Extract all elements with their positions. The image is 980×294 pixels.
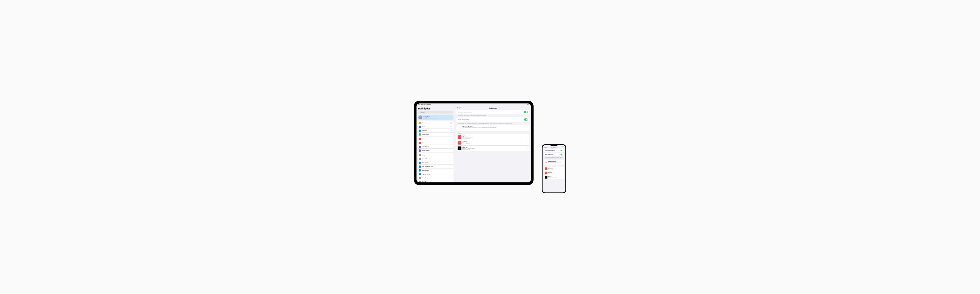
subscription-row[interactable]: tvApple TV+Apple TV+ — Apple TV+ (Mensal… xyxy=(544,175,564,179)
settings-row[interactable]: Modo de voo xyxy=(418,121,453,125)
subscriptions-list: 🎮Apple ArcadeApple Arcade (mensalmente)R… xyxy=(544,167,564,179)
settings-row[interactable]: Ecrã e brilho xyxy=(418,161,453,165)
settings-sidebar[interactable]: Definições ⌕ Pesquisar Ashley Rico ID Ap… xyxy=(417,106,455,183)
row-label: Geral xyxy=(422,154,452,156)
subscription-row[interactable]: ♪Apple MusicIndividual (mensalmente)Reno… xyxy=(544,171,564,175)
bluetooth-icon xyxy=(419,130,421,132)
profile-row[interactable]: Ashley Rico ID Apple, iCloud, Multimédia… xyxy=(418,114,453,120)
renewal-label: Faturas de renovação xyxy=(458,119,469,120)
pencil-icon xyxy=(419,181,421,183)
settings-row[interactable]: Geral xyxy=(418,153,453,157)
focus-icon xyxy=(419,146,421,148)
mini-toggle[interactable] xyxy=(450,122,452,124)
promo-link[interactable]: Saiba mais xyxy=(555,162,558,163)
notifications-icon xyxy=(419,138,421,140)
chevron-right-icon: › xyxy=(527,142,528,143)
settings-row[interactable]: Ecrã principal e Dock xyxy=(418,165,453,168)
profile-subtitle: ID Apple, iCloud, Multimédia e compras xyxy=(423,118,438,119)
share-toggle-row[interactable]: Partilhar novas assinaturas xyxy=(456,110,529,114)
row-label: Ecrã principal e Dock xyxy=(422,166,452,167)
page-title: Assinaturas xyxy=(552,147,557,148)
renewal-toggle-row[interactable]: Faturas de renovação xyxy=(456,117,529,122)
airplane-icon xyxy=(419,122,421,124)
ipad-statusbar: 09:41 terça-feira, 9 de janeiro 100% xyxy=(417,103,531,106)
renewal-toggle[interactable] xyxy=(560,154,563,156)
accessibility-icon xyxy=(419,169,421,172)
promo-card[interactable]: One Obtenha o Apple One Junte até quatro… xyxy=(544,160,564,164)
chevron-left-icon: ‹ xyxy=(456,107,457,109)
ipad-device: 09:41 terça-feira, 9 de janeiro 100% Def… xyxy=(414,101,533,185)
renewal-toggle[interactable] xyxy=(524,118,528,121)
settings-group: Modo de vooWi-FiWiFiBluetoothSimDados mó… xyxy=(418,121,453,136)
app-icon: ♪ xyxy=(458,141,461,145)
row-label: Apple Pencil xyxy=(422,181,452,183)
active-header: Ativas xyxy=(544,165,564,167)
settings-row[interactable]: Notificações xyxy=(418,137,453,141)
search-placeholder: Pesquisar xyxy=(420,111,425,113)
promo-text: Junte até quatro serviços Apple numa só … xyxy=(548,162,563,163)
promo-link[interactable]: Saiba mais xyxy=(492,127,496,128)
app-icon: tv xyxy=(545,176,547,179)
row-label: Papel de parede xyxy=(422,173,452,175)
settings-row[interactable]: Papel de parede xyxy=(418,172,453,176)
subscription-row[interactable]: 🎮Apple ArcadeApple Arcade (mensalmente)R… xyxy=(456,134,529,140)
general-icon xyxy=(419,154,421,156)
renewal-toggle-row[interactable]: Faturas de renovação xyxy=(544,153,564,156)
wifi-icon xyxy=(419,126,421,128)
homescreen-icon xyxy=(419,165,421,168)
row-label: Central de controlo xyxy=(422,158,452,159)
status-icons: 📶 📡 🔋 xyxy=(561,146,564,146)
app-icon: 🎮 xyxy=(458,135,461,139)
row-value: Sim xyxy=(450,130,452,131)
back-button[interactable]: ‹ID Apple xyxy=(456,107,462,109)
app-icon: ♪ xyxy=(545,172,547,174)
iphone-nav: ‹ID Apple Assinaturas xyxy=(542,147,565,149)
siri-icon xyxy=(419,177,421,179)
display-icon xyxy=(419,162,421,164)
settings-row[interactable]: Dados móveis xyxy=(418,133,453,136)
sub-renewal: Renova a 11/02/2022 xyxy=(463,138,526,139)
subscription-row[interactable]: tvApple TV+Apple TV+ — Apple TV+ (Mensal… xyxy=(456,146,529,151)
share-card: Partilhar novas assinaturas xyxy=(544,149,564,152)
subscription-row[interactable]: 🎮Apple ArcadeApple Arcade (mensalmente)R… xyxy=(544,167,564,171)
iphone-screen: 09:41 📶 📡 🔋 ‹ID Apple Assinaturas Partil… xyxy=(542,145,565,192)
search-icon: ⌕ xyxy=(419,111,419,113)
renewal-label: Faturas de renovação xyxy=(545,154,553,155)
row-label: Tempo de ecrã xyxy=(422,150,452,151)
back-button[interactable]: ‹ID Apple xyxy=(544,147,547,148)
status-time: 09:41 xyxy=(418,104,421,105)
settings-row[interactable]: Concentração xyxy=(418,145,453,149)
settings-row[interactable]: Siri e Pesquisa xyxy=(418,176,453,180)
settings-row[interactable]: BluetoothSim xyxy=(418,129,453,133)
settings-row[interactable]: Apple Pencil xyxy=(418,180,453,183)
chevron-right-icon: › xyxy=(527,148,528,149)
settings-row[interactable]: Central de controlo xyxy=(418,157,453,161)
iphone-content[interactable]: Partilhar novas assinaturas Faturas de r… xyxy=(542,149,565,192)
wallpaper-icon xyxy=(419,173,421,175)
row-label: Bluetooth xyxy=(422,130,449,131)
sub-renewal: Renova a 11/02/2022 xyxy=(463,149,526,150)
search-input[interactable]: ⌕ Pesquisar xyxy=(418,111,453,113)
promo-card[interactable]: One Obtenha o Apple One Junte até quatro… xyxy=(456,125,529,131)
share-toggle-row[interactable]: Partilhar novas assinaturas xyxy=(544,149,564,152)
settings-row[interactable]: Tempo de ecrã xyxy=(418,149,453,152)
row-label: Sons xyxy=(422,142,452,143)
subscriptions-list: 🎮Apple ArcadeApple Arcade (mensalmente)R… xyxy=(456,134,529,151)
cellular-icon xyxy=(419,133,421,135)
notch xyxy=(551,145,557,146)
subscription-row[interactable]: ♪Apple MusicIndividual (mensalmente)Reno… xyxy=(456,140,529,146)
settings-row[interactable]: Acessibilidade xyxy=(418,168,453,172)
sub-renewal: Renova a 11/02/2022 xyxy=(548,169,562,170)
ipad-screen: 09:41 terça-feira, 9 de janeiro 100% Def… xyxy=(417,103,531,183)
settings-group: GeralCentral de controloEcrã e brilhoEcr… xyxy=(418,153,453,183)
detail-pane[interactable]: ‹ID Apple Assinaturas Partilhar novas as… xyxy=(455,106,531,183)
settings-title: Definições xyxy=(418,107,453,111)
share-toggle[interactable] xyxy=(524,111,528,113)
settings-row[interactable]: Wi-FiWiFi xyxy=(418,125,453,129)
row-label: Ecrã e brilho xyxy=(422,162,452,163)
share-label: Partilhar novas assinaturas xyxy=(545,150,555,151)
sub-renewal: Renova a 11/02/2022 xyxy=(548,178,562,178)
detail-nav: ‹ID Apple Assinaturas xyxy=(456,107,529,110)
settings-row[interactable]: Sons xyxy=(418,141,453,145)
share-toggle[interactable] xyxy=(560,150,563,151)
